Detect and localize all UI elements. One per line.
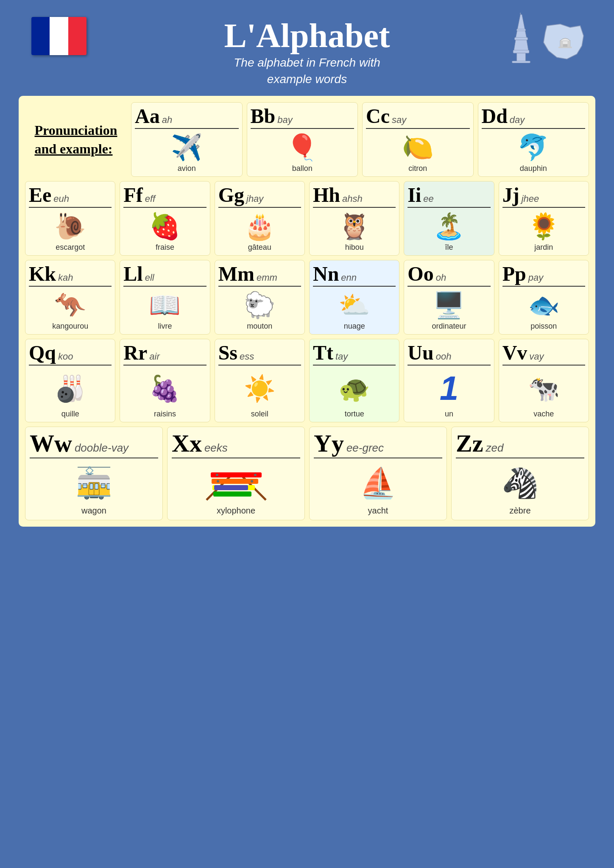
letter-pronun-z: zed [486, 441, 503, 455]
letter-card-r: Rr air 🍇 raisins [120, 339, 210, 422]
letter-card-y: Yy ee-grec ⛵ yacht [309, 427, 447, 520]
svg-rect-6 [512, 61, 530, 63]
letter-image-r: 🍇 [123, 369, 206, 408]
letter-header-x: Xx eeks [172, 431, 300, 458]
letter-image-v: 🐄 [502, 369, 585, 408]
letter-pronun-m: emm [257, 272, 277, 283]
row-5: Ww dooble-vay 🚋 wagon Xx eeks [25, 427, 589, 520]
svg-rect-12 [558, 47, 572, 48]
letter-pronun-f: eff [145, 193, 155, 204]
letter-pronun-g: jhay [246, 193, 263, 204]
letter-header-h: Hh ahsh [313, 185, 396, 208]
letter-word-s: soleil [251, 410, 268, 419]
letter-header-l: Ll ell [123, 264, 206, 287]
letter-word-k: kangourou [52, 322, 88, 331]
letter-header-f: Ff eff [123, 185, 206, 208]
svg-rect-19 [214, 485, 248, 490]
letter-pronun-b: bay [277, 114, 292, 126]
letter-word-w: wagon [81, 506, 106, 516]
letter-header-d: Dd day [482, 106, 586, 129]
letter-word-l: livre [158, 322, 172, 331]
letter-header-o: Oo oh [407, 264, 490, 287]
letter-word-b: ballon [292, 164, 313, 173]
letter-display-a: Aa [135, 106, 160, 126]
letter-pronun-u: ooh [436, 351, 452, 362]
letter-display-s: Ss [218, 343, 237, 363]
letter-word-o: ordinateur [432, 322, 466, 331]
letter-image-i: 🏝️ [407, 211, 490, 241]
poster: L'Alphabet The alphabet in French withex… [14, 8, 600, 533]
letter-pronun-y: ee-grec [346, 441, 384, 455]
letter-pronun-a: ah [162, 114, 172, 126]
svg-point-22 [217, 480, 219, 483]
svg-rect-4 [513, 50, 529, 53]
letter-display-o: Oo [407, 264, 433, 284]
letter-image-u: 1 [407, 369, 490, 408]
row-4: Qq koo 🎳 quille Rr air 🍇 raisins Ss ess [25, 339, 589, 422]
letter-display-f: Ff [123, 185, 142, 205]
svg-rect-2 [515, 37, 528, 40]
letter-display-w: Ww [30, 431, 72, 456]
letter-word-e: escargot [56, 243, 85, 252]
france-map-icon [540, 21, 587, 64]
row-3: Kk kah 🦘 kangourou Ll ell 📖 livre Mm emm [25, 260, 589, 335]
letter-header-j: Jj jhee [502, 185, 585, 208]
letter-word-p: poisson [530, 322, 557, 331]
letter-pronun-c: say [392, 114, 406, 126]
letter-card-o: Oo oh 🖥️ ordinateur [404, 260, 494, 335]
letter-display-e: Ee [29, 185, 51, 205]
letter-header-e: Ee euh [29, 185, 112, 208]
letter-display-d: Dd [482, 106, 508, 126]
letter-image-p: 🐟 [502, 290, 585, 320]
letter-display-j: Jj [502, 185, 519, 205]
letter-header-k: Kk kah [29, 264, 112, 287]
letter-header-z: Zz zed [456, 431, 584, 458]
letter-card-i: Ii ee 🏝️ île [404, 181, 494, 256]
svg-rect-18 [213, 491, 251, 497]
header-decorations [506, 13, 587, 64]
letter-image-t: 🐢 [313, 369, 396, 408]
letter-header-p: Pp pay [502, 264, 585, 287]
letter-display-u: Uu [407, 343, 433, 363]
letter-display-v: Vv [502, 343, 527, 363]
svg-marker-3 [514, 40, 528, 51]
letter-header-u: Uu ooh [407, 343, 490, 366]
letter-display-c: Cc [366, 106, 390, 126]
letter-word-q: quille [61, 410, 79, 419]
letter-card-p: Pp pay 🐟 poisson [499, 260, 589, 335]
letter-display-p: Pp [502, 264, 526, 284]
letter-image-k: 🦘 [29, 290, 112, 320]
letter-header-g: Gg jhay [218, 185, 301, 208]
letter-image-d: 🐬 [482, 132, 586, 162]
letter-card-v: Vv vay 🐄 vache [499, 339, 589, 422]
letter-word-r: raisins [154, 410, 176, 419]
svg-rect-10 [567, 41, 570, 47]
letter-pronun-o: oh [436, 272, 446, 283]
letter-image-c: 🍋 [366, 132, 470, 162]
letter-display-t: Tt [313, 343, 333, 363]
letter-display-z: Zz [456, 431, 483, 456]
letter-pronun-v: vay [529, 351, 544, 362]
letter-pronun-k: kah [58, 272, 73, 283]
letter-pronun-t: tay [335, 351, 348, 362]
letter-pronun-p: pay [528, 272, 543, 283]
letter-word-h: hibou [345, 243, 364, 252]
letter-display-i: Ii [407, 185, 421, 205]
letter-display-x: Xx [172, 431, 202, 456]
letter-word-t: tortue [345, 410, 364, 419]
header-text: L'Alphabet The alphabet in French withex… [224, 17, 390, 87]
letter-word-f: fraise [156, 243, 174, 252]
intro-cell: Pronunciationand example: [25, 102, 127, 177]
letter-word-c: citron [408, 164, 427, 173]
letter-word-m: mouton [247, 322, 272, 331]
letter-header-r: Rr air [123, 343, 206, 366]
svg-rect-5 [517, 53, 526, 62]
svg-marker-0 [516, 14, 527, 38]
letter-card-e: Ee euh 🐌 escargot [25, 181, 115, 256]
letter-header-i: Ii ee [407, 185, 490, 208]
letter-word-v: vache [533, 410, 554, 419]
flag-red [68, 17, 87, 55]
letter-display-k: Kk [29, 264, 56, 284]
letter-word-z: zèbre [509, 506, 530, 516]
letter-display-l: Ll [123, 264, 142, 284]
